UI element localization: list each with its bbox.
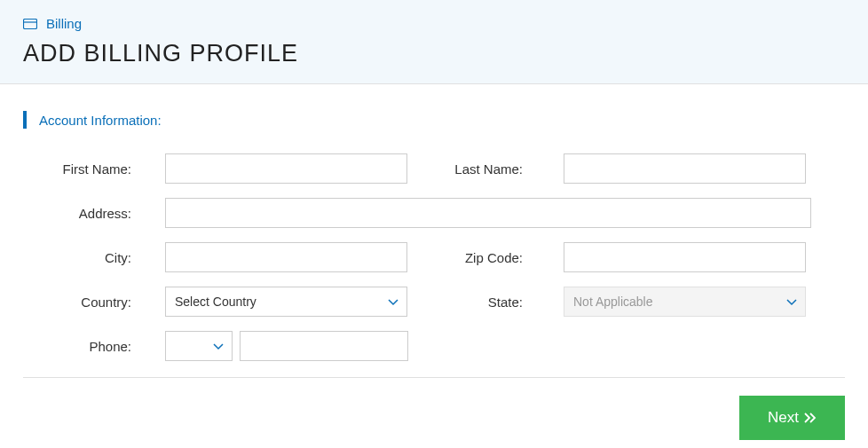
section-accent-bar bbox=[23, 111, 27, 129]
main-content: Account Information: First Name: Last Na… bbox=[0, 84, 868, 440]
state-selected-value: Not Applicable bbox=[573, 295, 653, 309]
page-title: ADD BILLING PROFILE bbox=[23, 40, 845, 67]
address-label: Address: bbox=[23, 206, 165, 221]
field-group-city: City: bbox=[23, 242, 407, 272]
country-select[interactable]: Select Country bbox=[165, 287, 407, 317]
field-group-country: Country: Select Country bbox=[23, 287, 407, 317]
country-label: Country: bbox=[23, 295, 165, 310]
chevron-right-double-icon bbox=[804, 413, 817, 423]
svg-rect-0 bbox=[24, 19, 37, 28]
first-name-input[interactable] bbox=[165, 153, 407, 184]
first-name-label: First Name: bbox=[23, 161, 165, 177]
state-select: Not Applicable bbox=[564, 287, 806, 317]
row-city-zip: City: Zip Code: bbox=[23, 242, 845, 272]
phone-number-input[interactable] bbox=[240, 331, 408, 361]
row-phone: Phone: bbox=[23, 331, 845, 361]
city-input[interactable] bbox=[165, 242, 407, 272]
field-group-first-name: First Name: bbox=[23, 153, 407, 184]
next-button-label: Next bbox=[768, 409, 799, 427]
field-group-state: State: Not Applicable bbox=[407, 287, 806, 317]
section-header: Account Information: bbox=[23, 111, 845, 129]
state-label: State: bbox=[407, 295, 564, 310]
last-name-input[interactable] bbox=[564, 153, 806, 184]
zip-code-label: Zip Code: bbox=[407, 250, 564, 265]
zip-code-input[interactable] bbox=[564, 242, 806, 272]
row-country-state: Country: Select Country State: Not Appli… bbox=[23, 287, 845, 317]
field-group-zip: Zip Code: bbox=[407, 242, 806, 272]
row-address: Address: bbox=[23, 198, 845, 228]
page-header: Billing ADD BILLING PROFILE bbox=[0, 0, 868, 84]
country-selected-value: Select Country bbox=[175, 295, 256, 309]
city-label: City: bbox=[23, 250, 165, 265]
breadcrumb-billing-link[interactable]: Billing bbox=[46, 16, 82, 31]
phone-code-select[interactable] bbox=[165, 331, 233, 361]
phone-code-select-wrap bbox=[165, 331, 233, 361]
form-divider bbox=[23, 377, 845, 378]
account-info-form: First Name: Last Name: Address: City: Zi… bbox=[23, 153, 845, 440]
section-title-label: Account Information: bbox=[39, 113, 162, 128]
country-select-wrap: Select Country bbox=[165, 287, 407, 317]
field-group-last-name: Last Name: bbox=[407, 153, 806, 184]
state-select-wrap: Not Applicable bbox=[564, 287, 806, 317]
address-input[interactable] bbox=[165, 198, 811, 228]
credit-card-icon bbox=[23, 19, 37, 29]
field-group-address: Address: bbox=[23, 198, 811, 228]
last-name-label: Last Name: bbox=[407, 161, 564, 177]
row-name: First Name: Last Name: bbox=[23, 153, 845, 184]
next-button[interactable]: Next bbox=[739, 396, 845, 440]
breadcrumb: Billing bbox=[23, 16, 845, 31]
field-group-phone: Phone: bbox=[23, 331, 408, 361]
form-actions: Next bbox=[23, 396, 845, 440]
phone-label: Phone: bbox=[23, 339, 165, 354]
